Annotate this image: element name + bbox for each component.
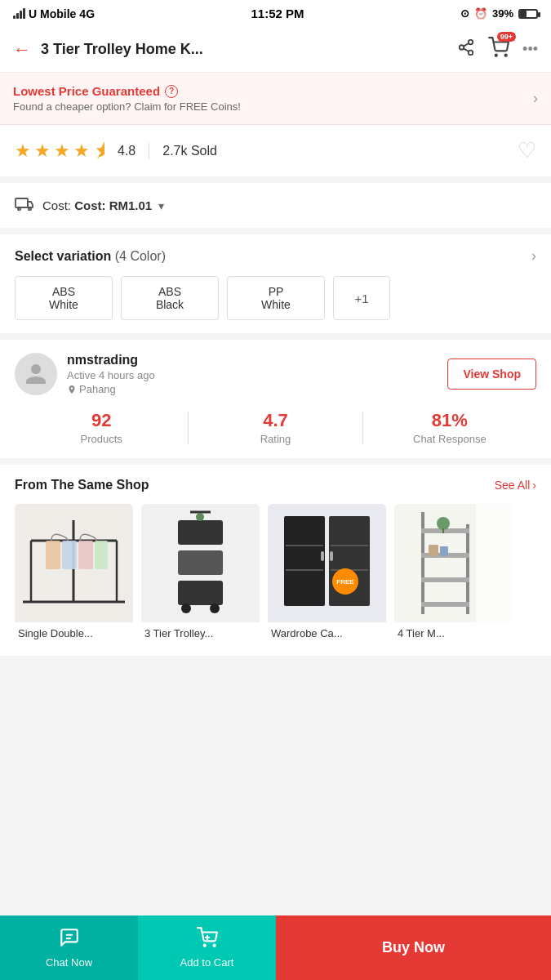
cart-badge: 99+ (497, 32, 516, 42)
price-banner-subtitle: Found a cheaper option? Claim for FREE C… (13, 100, 241, 113)
battery-fill (520, 11, 527, 17)
star-1: ★ (15, 140, 31, 162)
header: ← 3 Tier Trolley Home K... 99+ ••• (0, 27, 551, 73)
price-banner-content: Lowest Price Guaranteed ? Found a cheape… (13, 84, 241, 113)
shop-location: Pahang (67, 383, 155, 395)
svg-point-5 (495, 55, 497, 56)
see-all-button[interactable]: See All › (495, 479, 536, 492)
svg-rect-45 (421, 577, 469, 582)
shipping-row[interactable]: Cost: Cost: RM1.01 ▾ (0, 183, 551, 234)
svg-rect-37 (330, 551, 333, 561)
shop-name: nmstrading (67, 353, 155, 368)
svg-rect-34 (331, 545, 368, 546)
question-icon: ? (165, 85, 178, 98)
svg-point-8 (18, 208, 20, 211)
product-image-1 (15, 504, 133, 622)
chevron-right-icon: › (533, 90, 538, 107)
share-button[interactable] (457, 38, 475, 60)
svg-point-24 (181, 604, 191, 613)
variation-chevron-icon: › (531, 247, 536, 265)
svg-point-25 (210, 604, 220, 613)
svg-rect-46 (421, 602, 469, 607)
chat-response-num: 81% (363, 410, 536, 431)
product-card-2[interactable]: 3 Tier Trolley... (141, 504, 260, 643)
svg-rect-23 (178, 581, 223, 605)
header-icons: 99+ ••• (457, 37, 538, 62)
shop-info: nmstrading Active 4 hours ago Pahang (15, 353, 155, 395)
cart-button[interactable]: 99+ (488, 37, 509, 62)
product-card-4[interactable]: 4 Tier M... (394, 504, 513, 643)
shop-rating-stat: 4.7 Rating (189, 410, 362, 445)
chat-response-label: Chat Response (363, 433, 536, 445)
product-card-1[interactable]: Single Double... (15, 504, 133, 643)
variation-header: Select variation (4 Color) › (15, 247, 536, 265)
back-button[interactable]: ← (13, 39, 31, 60)
star-half: ⯨ (93, 140, 111, 162)
battery-percent: 39% (492, 7, 513, 20)
svg-rect-50 (440, 546, 448, 556)
status-left: U Mobile 4G (13, 7, 95, 20)
shop-active: Active 4 hours ago (67, 369, 155, 381)
same-shop-section: From The Same Shop See All › (0, 465, 551, 662)
shop-rating-label: Rating (189, 433, 362, 445)
variation-abs-white[interactable]: ABS White (15, 276, 113, 320)
product-card-3[interactable]: FREE Wardrobe Ca... (268, 504, 386, 643)
svg-rect-51 (476, 504, 513, 622)
lock-icon: ⊙ (460, 7, 469, 20)
svg-rect-21 (178, 520, 223, 545)
wishlist-button[interactable]: ♡ (518, 138, 536, 163)
svg-rect-36 (321, 551, 324, 561)
truck-icon (15, 196, 34, 215)
svg-rect-19 (95, 541, 108, 569)
shop-stats: 92 Products 4.7 Rating 81% Chat Response (15, 410, 536, 445)
same-shop-header: From The Same Shop See All › (15, 478, 551, 492)
star-4: ★ (73, 140, 90, 162)
product-image-3: FREE (268, 504, 386, 622)
carrier-label: U Mobile (29, 7, 76, 20)
variation-abs-black[interactable]: ABS Black (121, 276, 219, 320)
variation-subtitle: (4 Color) (115, 249, 166, 263)
svg-rect-7 (16, 198, 28, 207)
page-title: 3 Tier Trolley Home K... (41, 41, 447, 58)
shop-chat-stat: 81% Chat Response (363, 410, 536, 445)
price-guarantee-banner[interactable]: Lowest Price Guaranteed ? Found a cheape… (0, 73, 551, 125)
svg-rect-32 (286, 545, 323, 546)
svg-rect-49 (429, 545, 438, 556)
svg-point-47 (437, 517, 450, 530)
svg-point-9 (29, 208, 31, 211)
shop-row: nmstrading Active 4 hours ago Pahang Vie… (15, 353, 536, 395)
star-2: ★ (34, 140, 51, 162)
more-button[interactable]: ••• (522, 41, 538, 58)
rating-divider (149, 143, 149, 159)
status-bar: U Mobile 4G 11:52 PM ⊙ ⏰ 39% (0, 0, 551, 27)
svg-line-4 (464, 43, 469, 47)
variation-title: Select variation (4 Color) (15, 249, 166, 264)
products-count: 92 (15, 410, 188, 431)
see-all-chevron-icon: › (532, 479, 536, 492)
battery-icon (518, 9, 538, 19)
svg-text:FREE: FREE (336, 578, 354, 586)
product-scroll[interactable]: Single Double... (15, 504, 551, 643)
star-3: ★ (54, 140, 70, 162)
product-name-1: Single Double... (15, 622, 133, 643)
svg-rect-22 (178, 550, 223, 575)
network-label: 4G (79, 7, 95, 20)
svg-point-6 (505, 55, 507, 56)
svg-rect-17 (62, 541, 77, 569)
variation-pp-white[interactable]: PP White (227, 276, 325, 320)
shop-avatar (15, 353, 57, 395)
svg-rect-16 (46, 541, 60, 569)
star-rating: ★ ★ ★ ★ ⯨ 4.8 2.7k Sold (15, 140, 217, 162)
shipping-chevron-icon: ▾ (158, 199, 164, 212)
product-name-2: 3 Tier Trolley... (141, 622, 260, 643)
shop-section: nmstrading Active 4 hours ago Pahang Vie… (0, 340, 551, 465)
svg-rect-33 (286, 569, 323, 571)
rating-number: 4.8 (118, 144, 136, 158)
signal-icon (13, 8, 25, 19)
shipping-cost: Cost: Cost: RM1.01 ▾ (42, 198, 164, 212)
view-shop-button[interactable]: View Shop (447, 359, 536, 390)
variation-more-button[interactable]: +1 (333, 276, 390, 320)
variation-options: ABS White ABS Black PP White +1 (15, 276, 536, 320)
svg-rect-18 (78, 541, 93, 569)
product-image-4 (394, 504, 513, 622)
